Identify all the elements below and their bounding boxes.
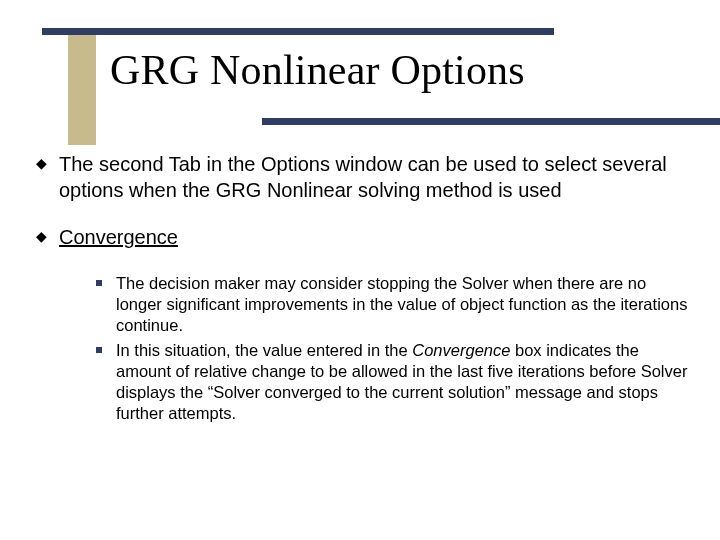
accent-bar-bottom [262, 118, 720, 125]
bullet-text: The second Tab in the Options window can… [59, 152, 690, 203]
sub-bullet-text: The decision maker may consider stopping… [116, 273, 690, 336]
title-block: GRG Nonlinear Options [42, 0, 720, 94]
slide-title: GRG Nonlinear Options [110, 46, 720, 94]
sub-bullet-list: The decision maker may consider stopping… [96, 273, 690, 425]
bullet-item: ◆ The second Tab in the Options window c… [36, 152, 690, 203]
bullet-text: Convergence [59, 225, 178, 251]
square-icon [96, 347, 102, 353]
diamond-icon: ◆ [36, 229, 47, 243]
bullet-item: ◆ Convergence [36, 225, 690, 251]
text-run: In this situation, the value entered in … [116, 341, 412, 359]
sub-bullet-item: In this situation, the value entered in … [96, 340, 690, 424]
diamond-icon: ◆ [36, 156, 47, 170]
sub-bullet-text: In this situation, the value entered in … [116, 340, 690, 424]
italic-term: Convergence [412, 341, 515, 359]
content-area: ◆ The second Tab in the Options window c… [0, 152, 720, 425]
square-icon [96, 280, 102, 286]
accent-bar-top [42, 28, 554, 35]
accent-bar-vertical [68, 35, 96, 145]
sub-bullet-item: The decision maker may consider stopping… [96, 273, 690, 336]
